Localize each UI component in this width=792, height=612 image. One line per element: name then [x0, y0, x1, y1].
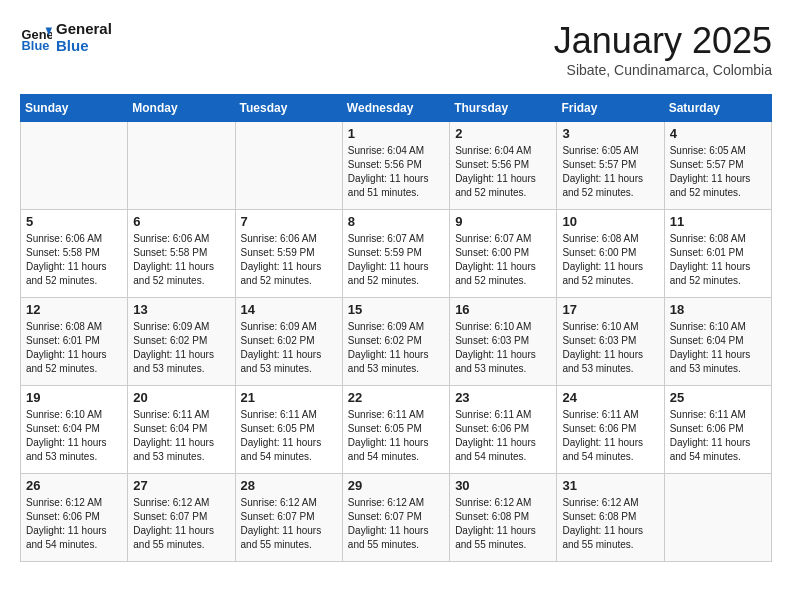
cell-info: Sunrise: 6:09 AM Sunset: 6:02 PM Dayligh… — [348, 320, 444, 376]
calendar-cell: 2Sunrise: 6:04 AM Sunset: 5:56 PM Daylig… — [450, 122, 557, 210]
calendar-cell — [664, 474, 771, 562]
cell-info: Sunrise: 6:10 AM Sunset: 6:03 PM Dayligh… — [455, 320, 551, 376]
calendar-cell: 6Sunrise: 6:06 AM Sunset: 5:58 PM Daylig… — [128, 210, 235, 298]
calendar-cell: 8Sunrise: 6:07 AM Sunset: 5:59 PM Daylig… — [342, 210, 449, 298]
calendar-cell — [21, 122, 128, 210]
calendar-cell: 18Sunrise: 6:10 AM Sunset: 6:04 PM Dayli… — [664, 298, 771, 386]
day-number: 1 — [348, 126, 444, 141]
day-number: 17 — [562, 302, 658, 317]
cell-info: Sunrise: 6:05 AM Sunset: 5:57 PM Dayligh… — [562, 144, 658, 200]
calendar-cell — [235, 122, 342, 210]
day-number: 24 — [562, 390, 658, 405]
day-number: 8 — [348, 214, 444, 229]
calendar-week-row: 5Sunrise: 6:06 AM Sunset: 5:58 PM Daylig… — [21, 210, 772, 298]
cell-info: Sunrise: 6:04 AM Sunset: 5:56 PM Dayligh… — [348, 144, 444, 200]
day-number: 25 — [670, 390, 766, 405]
day-number: 16 — [455, 302, 551, 317]
calendar-cell: 22Sunrise: 6:11 AM Sunset: 6:05 PM Dayli… — [342, 386, 449, 474]
logo-line2: Blue — [56, 37, 112, 54]
day-number: 22 — [348, 390, 444, 405]
cell-info: Sunrise: 6:08 AM Sunset: 6:00 PM Dayligh… — [562, 232, 658, 288]
calendar-cell: 15Sunrise: 6:09 AM Sunset: 6:02 PM Dayli… — [342, 298, 449, 386]
title-block: January 2025 Sibate, Cundinamarca, Colom… — [554, 20, 772, 78]
col-header-thursday: Thursday — [450, 95, 557, 122]
day-number: 27 — [133, 478, 229, 493]
calendar-cell: 19Sunrise: 6:10 AM Sunset: 6:04 PM Dayli… — [21, 386, 128, 474]
calendar-cell: 21Sunrise: 6:11 AM Sunset: 6:05 PM Dayli… — [235, 386, 342, 474]
cell-info: Sunrise: 6:08 AM Sunset: 6:01 PM Dayligh… — [670, 232, 766, 288]
cell-info: Sunrise: 6:11 AM Sunset: 6:05 PM Dayligh… — [348, 408, 444, 464]
day-number: 7 — [241, 214, 337, 229]
calendar-cell: 3Sunrise: 6:05 AM Sunset: 5:57 PM Daylig… — [557, 122, 664, 210]
page-header: General Blue General Blue January 2025 S… — [20, 20, 772, 78]
cell-info: Sunrise: 6:06 AM Sunset: 5:58 PM Dayligh… — [26, 232, 122, 288]
calendar-week-row: 12Sunrise: 6:08 AM Sunset: 6:01 PM Dayli… — [21, 298, 772, 386]
month-title: January 2025 — [554, 20, 772, 62]
cell-info: Sunrise: 6:11 AM Sunset: 6:05 PM Dayligh… — [241, 408, 337, 464]
calendar-week-row: 26Sunrise: 6:12 AM Sunset: 6:06 PM Dayli… — [21, 474, 772, 562]
calendar-cell: 28Sunrise: 6:12 AM Sunset: 6:07 PM Dayli… — [235, 474, 342, 562]
calendar-week-row: 19Sunrise: 6:10 AM Sunset: 6:04 PM Dayli… — [21, 386, 772, 474]
day-number: 2 — [455, 126, 551, 141]
logo-icon: General Blue — [20, 21, 52, 53]
logo: General Blue General Blue — [20, 20, 112, 54]
calendar-cell: 4Sunrise: 6:05 AM Sunset: 5:57 PM Daylig… — [664, 122, 771, 210]
calendar-cell — [128, 122, 235, 210]
day-number: 23 — [455, 390, 551, 405]
day-number: 5 — [26, 214, 122, 229]
cell-info: Sunrise: 6:11 AM Sunset: 6:04 PM Dayligh… — [133, 408, 229, 464]
cell-info: Sunrise: 6:10 AM Sunset: 6:04 PM Dayligh… — [26, 408, 122, 464]
calendar-cell: 10Sunrise: 6:08 AM Sunset: 6:00 PM Dayli… — [557, 210, 664, 298]
logo-line1: General — [56, 20, 112, 37]
day-number: 20 — [133, 390, 229, 405]
day-number: 19 — [26, 390, 122, 405]
calendar-cell: 17Sunrise: 6:10 AM Sunset: 6:03 PM Dayli… — [557, 298, 664, 386]
cell-info: Sunrise: 6:12 AM Sunset: 6:06 PM Dayligh… — [26, 496, 122, 552]
cell-info: Sunrise: 6:10 AM Sunset: 6:03 PM Dayligh… — [562, 320, 658, 376]
calendar-cell: 24Sunrise: 6:11 AM Sunset: 6:06 PM Dayli… — [557, 386, 664, 474]
cell-info: Sunrise: 6:11 AM Sunset: 6:06 PM Dayligh… — [670, 408, 766, 464]
location: Sibate, Cundinamarca, Colombia — [554, 62, 772, 78]
day-number: 14 — [241, 302, 337, 317]
cell-info: Sunrise: 6:07 AM Sunset: 5:59 PM Dayligh… — [348, 232, 444, 288]
cell-info: Sunrise: 6:12 AM Sunset: 6:07 PM Dayligh… — [348, 496, 444, 552]
cell-info: Sunrise: 6:10 AM Sunset: 6:04 PM Dayligh… — [670, 320, 766, 376]
calendar-cell: 7Sunrise: 6:06 AM Sunset: 5:59 PM Daylig… — [235, 210, 342, 298]
calendar-cell: 23Sunrise: 6:11 AM Sunset: 6:06 PM Dayli… — [450, 386, 557, 474]
calendar-cell: 14Sunrise: 6:09 AM Sunset: 6:02 PM Dayli… — [235, 298, 342, 386]
calendar-cell: 25Sunrise: 6:11 AM Sunset: 6:06 PM Dayli… — [664, 386, 771, 474]
col-header-friday: Friday — [557, 95, 664, 122]
calendar-cell: 31Sunrise: 6:12 AM Sunset: 6:08 PM Dayli… — [557, 474, 664, 562]
day-number: 26 — [26, 478, 122, 493]
calendar-cell: 11Sunrise: 6:08 AM Sunset: 6:01 PM Dayli… — [664, 210, 771, 298]
svg-text:Blue: Blue — [22, 38, 50, 53]
calendar-cell: 27Sunrise: 6:12 AM Sunset: 6:07 PM Dayli… — [128, 474, 235, 562]
cell-info: Sunrise: 6:09 AM Sunset: 6:02 PM Dayligh… — [241, 320, 337, 376]
calendar-cell: 5Sunrise: 6:06 AM Sunset: 5:58 PM Daylig… — [21, 210, 128, 298]
cell-info: Sunrise: 6:07 AM Sunset: 6:00 PM Dayligh… — [455, 232, 551, 288]
calendar-cell: 16Sunrise: 6:10 AM Sunset: 6:03 PM Dayli… — [450, 298, 557, 386]
day-number: 12 — [26, 302, 122, 317]
cell-info: Sunrise: 6:12 AM Sunset: 6:08 PM Dayligh… — [455, 496, 551, 552]
calendar-cell: 20Sunrise: 6:11 AM Sunset: 6:04 PM Dayli… — [128, 386, 235, 474]
day-number: 21 — [241, 390, 337, 405]
day-number: 15 — [348, 302, 444, 317]
col-header-sunday: Sunday — [21, 95, 128, 122]
day-number: 6 — [133, 214, 229, 229]
cell-info: Sunrise: 6:08 AM Sunset: 6:01 PM Dayligh… — [26, 320, 122, 376]
day-number: 18 — [670, 302, 766, 317]
cell-info: Sunrise: 6:11 AM Sunset: 6:06 PM Dayligh… — [455, 408, 551, 464]
cell-info: Sunrise: 6:06 AM Sunset: 5:58 PM Dayligh… — [133, 232, 229, 288]
cell-info: Sunrise: 6:12 AM Sunset: 6:07 PM Dayligh… — [133, 496, 229, 552]
calendar-cell: 1Sunrise: 6:04 AM Sunset: 5:56 PM Daylig… — [342, 122, 449, 210]
calendar-cell: 30Sunrise: 6:12 AM Sunset: 6:08 PM Dayli… — [450, 474, 557, 562]
day-number: 4 — [670, 126, 766, 141]
col-header-saturday: Saturday — [664, 95, 771, 122]
calendar-table: SundayMondayTuesdayWednesdayThursdayFrid… — [20, 94, 772, 562]
cell-info: Sunrise: 6:12 AM Sunset: 6:07 PM Dayligh… — [241, 496, 337, 552]
cell-info: Sunrise: 6:04 AM Sunset: 5:56 PM Dayligh… — [455, 144, 551, 200]
calendar-cell: 12Sunrise: 6:08 AM Sunset: 6:01 PM Dayli… — [21, 298, 128, 386]
day-number: 30 — [455, 478, 551, 493]
calendar-cell: 29Sunrise: 6:12 AM Sunset: 6:07 PM Dayli… — [342, 474, 449, 562]
cell-info: Sunrise: 6:09 AM Sunset: 6:02 PM Dayligh… — [133, 320, 229, 376]
